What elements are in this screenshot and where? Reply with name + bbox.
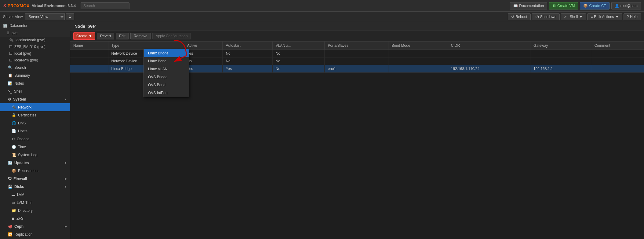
ceph-icon: 🐙 bbox=[8, 224, 13, 229]
gear-button[interactable]: ⚙ bbox=[66, 13, 74, 20]
reboot-icon: ↺ bbox=[511, 15, 514, 19]
help-button[interactable]: ? Help bbox=[624, 13, 641, 20]
cell-gateway bbox=[530, 50, 591, 57]
cell-vlan: No bbox=[272, 65, 325, 73]
datacenter-label: Datacenter bbox=[9, 24, 27, 28]
monitor-icon: 🖥 bbox=[552, 4, 556, 8]
create-linux-vlan[interactable]: Linux VLAN bbox=[144, 65, 189, 73]
user-button[interactable]: 👤 root@pam bbox=[611, 2, 641, 9]
cell-comment bbox=[591, 50, 644, 57]
cell-autostart: No bbox=[223, 57, 272, 65]
top-search-input[interactable] bbox=[81, 2, 129, 9]
sidebar-item-dns[interactable]: 🌐 DNS bbox=[0, 119, 70, 127]
create-dropdown-menu: Linux Bridge Linux Bond Linux VLAN OVS B… bbox=[144, 49, 189, 97]
top-bar: X PROXMOX Virtual Environment 8.3.4 📖 Do… bbox=[0, 0, 644, 12]
revert-label: Revert bbox=[100, 34, 111, 38]
sidebar-item-pve[interactable]: 🖥 pve bbox=[0, 29, 70, 37]
updates-label: Updates bbox=[14, 161, 29, 165]
sidebar-item-replication[interactable]: 🔁 Replication bbox=[0, 230, 70, 238]
cell-name bbox=[70, 57, 108, 65]
reboot-button[interactable]: ↺ Reboot bbox=[508, 13, 531, 20]
sidebar-item-lvm-thin[interactable]: ▭ LVM-Thin bbox=[0, 199, 70, 207]
create-label: Create bbox=[76, 34, 87, 38]
edit-button[interactable]: Edit bbox=[116, 33, 129, 39]
ovs-bridge-label: OVS Bridge bbox=[148, 75, 167, 79]
network-label: Network bbox=[18, 105, 31, 109]
sidebar-item-zfs-raid10[interactable]: ☐ ZFS_RAID10 (pve) bbox=[0, 43, 70, 50]
create-ovs-bond[interactable]: OVS Bond bbox=[144, 81, 189, 89]
sidebar-item-time[interactable]: 🕐 Time bbox=[0, 143, 70, 151]
create-linux-bond[interactable]: Linux Bond bbox=[144, 57, 189, 65]
sidebar-item-syslog[interactable]: 📜 System Log bbox=[0, 151, 70, 159]
sidebar-item-summary[interactable]: 📋 Summary bbox=[0, 72, 70, 79]
localnetwork-label: localnetwork (pve) bbox=[16, 38, 45, 42]
create-linux-bridge[interactable]: Linux Bridge bbox=[144, 49, 189, 57]
sidebar-item-firewall[interactable]: 🛡 Firewall ▶ bbox=[0, 175, 70, 183]
bulk-actions-button[interactable]: ≡ Bulk Actions ▼ bbox=[587, 13, 622, 20]
cell-active: Yes bbox=[184, 50, 223, 57]
create-ct-button[interactable]: 📦 Create CT bbox=[580, 2, 609, 9]
cell-gateway: 192.168.1.1 bbox=[530, 65, 591, 73]
col-cidr: CIDR bbox=[448, 42, 530, 50]
storage-icon-local: ☐ bbox=[9, 51, 13, 56]
remove-button[interactable]: Remove bbox=[130, 33, 151, 39]
toolbar-right-buttons: ↺ Reboot ⏻ Shutdown >_ Shell ▼ ≡ Bulk Ac… bbox=[508, 13, 641, 20]
disks-expand-icon: ▼ bbox=[64, 185, 67, 188]
sidebar-item-certificates[interactable]: 🔒 Certificates bbox=[0, 111, 70, 119]
bulk-icon: ≡ bbox=[591, 15, 593, 19]
create-ovs-bridge[interactable]: OVS Bridge bbox=[144, 73, 189, 81]
notes-label: Notes bbox=[14, 81, 24, 86]
hosts-icon: 📄 bbox=[12, 129, 16, 133]
col-comment: Comment bbox=[591, 42, 644, 50]
sidebar-item-network[interactable]: 🔌 Network bbox=[0, 103, 70, 111]
sidebar-item-datacenter[interactable]: 🏢 Datacenter bbox=[0, 22, 70, 29]
revert-button[interactable]: Revert bbox=[97, 33, 114, 39]
sidebar-item-localnetwork[interactable]: 🔌 localnetwork (pve) bbox=[0, 37, 70, 43]
apply-config-button[interactable]: Apply Configuration bbox=[152, 33, 191, 39]
sidebar-item-local[interactable]: ☐ local (pve) bbox=[0, 50, 70, 57]
certificates-label: Certificates bbox=[18, 113, 36, 117]
create-ovs-intport[interactable]: OVS IntPort bbox=[144, 89, 189, 97]
sidebar-item-disks[interactable]: 💾 Disks ▼ bbox=[0, 183, 70, 191]
shell-button[interactable]: >_ Shell ▼ bbox=[561, 13, 586, 20]
sidebar-item-local-lvm[interactable]: ☐ local-lvm (pve) bbox=[0, 57, 70, 64]
zfs-icon: ◼ bbox=[12, 216, 15, 221]
documentation-button[interactable]: 📖 Documentation bbox=[510, 2, 547, 9]
sidebar-item-zfs[interactable]: ◼ ZFS bbox=[0, 215, 70, 222]
logo: X PROXMOX Virtual Environment 8.3.4 bbox=[3, 3, 76, 9]
server-view-select[interactable]: Server View bbox=[25, 13, 65, 20]
updates-expand-icon: ▼ bbox=[64, 161, 67, 164]
content-toolbar: Create ▼ Revert Edit Remove Apply Config… bbox=[70, 31, 644, 42]
shell-label: Shell bbox=[570, 15, 578, 19]
sidebar-item-notes[interactable]: 📝 Notes bbox=[0, 79, 70, 87]
zfs-label: ZFS bbox=[16, 216, 24, 221]
cell-comment bbox=[591, 65, 644, 73]
ceph-expand-icon: ▶ bbox=[65, 225, 67, 228]
network-icon: 🔌 bbox=[12, 105, 16, 109]
cell-autostart: Yes bbox=[223, 65, 272, 73]
syslog-icon: 📜 bbox=[12, 153, 16, 157]
create-button[interactable]: Create ▼ bbox=[73, 32, 95, 40]
sidebar-item-system[interactable]: ⚙ System ▼ bbox=[0, 95, 70, 103]
sidebar-item-hosts[interactable]: 📄 Hosts bbox=[0, 127, 70, 135]
lvm-label: LVM bbox=[17, 193, 24, 197]
sidebar-item-directory[interactable]: 📁 Directory bbox=[0, 207, 70, 215]
local-lvm-label: local-lvm (pve) bbox=[14, 58, 38, 62]
lvm-icon: ▬ bbox=[12, 193, 15, 197]
system-icon: ⚙ bbox=[8, 97, 11, 101]
sidebar-item-ceph[interactable]: 🐙 Ceph ▶ bbox=[0, 222, 70, 230]
summary-icon: 📋 bbox=[8, 73, 13, 78]
shutdown-button[interactable]: ⏻ Shutdown bbox=[532, 13, 560, 20]
sidebar-item-search[interactable]: 🔍 Search bbox=[0, 64, 70, 72]
sidebar-item-options[interactable]: ⚙ Options bbox=[0, 135, 70, 143]
sidebar-item-shell[interactable]: >_ Shell bbox=[0, 87, 70, 95]
col-ports: Ports/Slaves bbox=[325, 42, 388, 50]
system-expand-icon: ▼ bbox=[64, 98, 67, 101]
sidebar-item-updates[interactable]: 🔄 Updates ▼ bbox=[0, 159, 70, 167]
repositories-icon: 📦 bbox=[12, 169, 16, 173]
create-vm-button[interactable]: 🖥 Create VM bbox=[549, 2, 578, 9]
sidebar-item-lvm[interactable]: ▬ LVM bbox=[0, 191, 70, 199]
dns-label: DNS bbox=[18, 121, 26, 125]
main-layout: 🏢 Datacenter 🖥 pve 🔌 localnetwork (pve) … bbox=[0, 22, 644, 239]
sidebar-item-repositories[interactable]: 📦 Repositories bbox=[0, 167, 70, 175]
